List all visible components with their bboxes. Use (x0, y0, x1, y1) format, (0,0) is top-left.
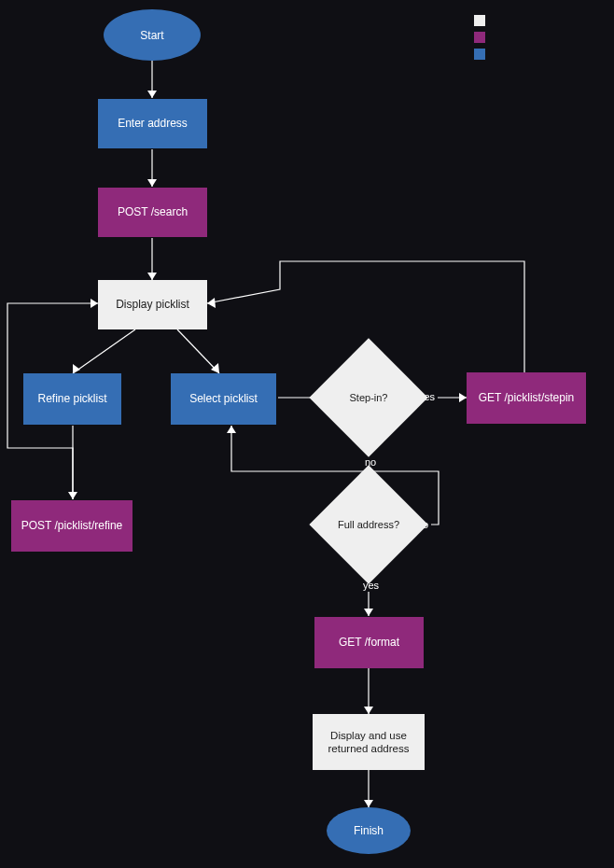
node-display-picklist-label: Display picklist (116, 298, 189, 312)
node-get-picklist-stepin: GET /picklist/stepin (467, 372, 586, 424)
legend-swatch-white (474, 15, 485, 26)
node-refine-picklist-label: Refine picklist (37, 392, 106, 406)
node-select-picklist-label: Select picklist (189, 392, 258, 406)
node-stepin-decision-label: Step-in? (327, 356, 411, 440)
svg-marker-18 (227, 426, 236, 433)
node-display-picklist: Display picklist (98, 280, 207, 329)
legend-swatch-purple (474, 32, 485, 43)
node-stepin-decision: Step-in? (327, 356, 411, 440)
node-fulladdress-decision: Full address? (327, 483, 411, 567)
node-post-picklist-refine-label: POST /picklist/refine (21, 519, 122, 533)
svg-marker-15 (207, 298, 216, 308)
node-get-format: GET /format (314, 617, 424, 668)
node-post-search-label: POST /search (118, 205, 188, 219)
node-display-returned-address-label: Display and use returned address (316, 729, 421, 756)
node-enter-address-label: Enter address (118, 117, 188, 131)
legend (474, 15, 485, 65)
svg-marker-7 (211, 363, 219, 373)
node-finish: Finish (327, 807, 411, 854)
svg-marker-24 (364, 800, 373, 807)
node-start: Start (104, 9, 201, 61)
node-post-picklist-refine: POST /picklist/refine (11, 500, 133, 552)
node-post-search: POST /search (98, 188, 207, 237)
node-select-picklist: Select picklist (171, 373, 276, 425)
node-start-label: Start (140, 29, 163, 42)
flowchart-canvas: yes no no yes Start Enter address POST /… (0, 0, 614, 868)
svg-marker-9 (68, 492, 77, 499)
svg-marker-3 (147, 179, 157, 187)
node-get-format-label: GET /format (339, 636, 399, 650)
node-refine-picklist: Refine picklist (23, 373, 121, 425)
node-finish-label: Finish (354, 824, 384, 837)
node-fulladdress-decision-label: Full address? (327, 483, 411, 567)
svg-marker-10 (91, 299, 98, 308)
node-get-picklist-stepin-label: GET /picklist/stepin (479, 391, 574, 405)
svg-marker-6 (73, 364, 80, 373)
node-display-returned-address: Display and use returned address (313, 714, 425, 770)
svg-marker-5 (147, 273, 157, 280)
svg-marker-20 (364, 609, 373, 616)
node-enter-address: Enter address (98, 99, 207, 148)
svg-marker-22 (364, 707, 373, 714)
svg-marker-14 (459, 393, 467, 402)
flowchart-arrows (0, 0, 614, 868)
legend-swatch-blue (474, 49, 485, 60)
svg-marker-1 (147, 91, 157, 98)
